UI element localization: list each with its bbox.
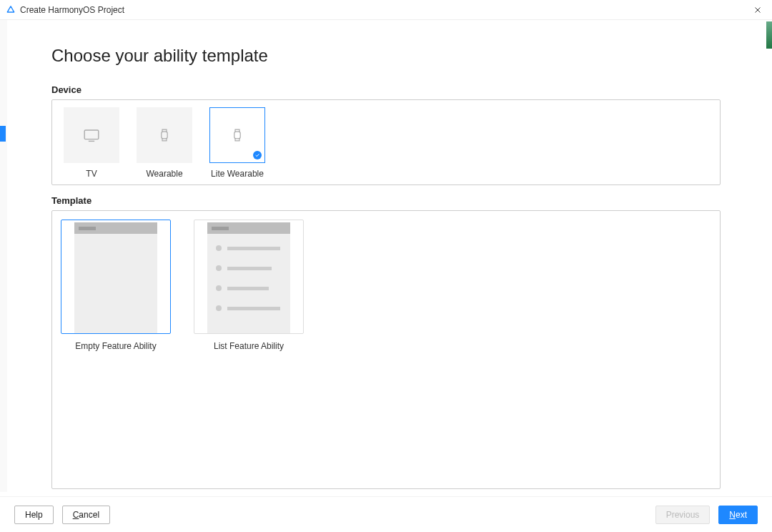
close-icon — [753, 6, 762, 14]
template-card-list — [194, 220, 304, 334]
svg-rect-1 — [162, 132, 167, 139]
template-option-empty-feature[interactable]: Empty Feature Ability — [61, 220, 171, 351]
window-title: Create HarmonyOS Project — [20, 5, 749, 15]
device-section-label: Device — [51, 84, 721, 95]
template-preview-list — [207, 222, 290, 333]
device-selector: TV Wearable Lite Wearable — [51, 99, 721, 185]
svg-rect-0 — [84, 130, 99, 139]
dialog-footer: Help Cancel Previous Next — [0, 496, 772, 532]
page-heading: Choose your ability template — [51, 46, 721, 66]
device-tile-wearable — [137, 107, 192, 163]
device-label-tv: TV — [86, 169, 96, 179]
device-option-wearable[interactable]: Wearable — [137, 107, 192, 179]
help-button[interactable]: Help — [14, 506, 54, 524]
watch-icon — [229, 127, 246, 144]
close-button[interactable] — [749, 1, 766, 19]
device-tile-lite-wearable — [209, 107, 265, 163]
selected-check-icon — [253, 151, 262, 159]
device-option-tv[interactable]: TV — [64, 107, 119, 179]
device-tile-tv — [64, 107, 119, 163]
device-label-lite-wearable: Lite Wearable — [211, 169, 264, 179]
background-active-tab-sliver — [0, 126, 6, 142]
template-label-empty: Empty Feature Ability — [75, 341, 156, 351]
template-label-list: List Feature Ability — [214, 341, 284, 351]
cancel-button[interactable]: Cancel — [62, 506, 110, 524]
previous-button: Previous — [655, 506, 711, 524]
svg-rect-2 — [234, 132, 240, 139]
tv-icon — [81, 125, 102, 145]
template-option-list-feature[interactable]: List Feature Ability — [194, 220, 304, 351]
template-preview-empty — [74, 222, 157, 333]
harmonyos-logo-icon — [6, 5, 16, 15]
dialog-content: Choose your ability template Device TV W… — [0, 20, 772, 489]
device-label-wearable: Wearable — [146, 169, 182, 179]
template-section-label: Template — [51, 195, 721, 206]
watch-icon — [156, 127, 173, 144]
background-image-sliver — [766, 21, 772, 49]
titlebar: Create HarmonyOS Project — [0, 0, 772, 20]
template-selector: Empty Feature Ability List Featu — [51, 210, 721, 489]
next-button[interactable]: Next — [718, 506, 758, 524]
template-card-empty — [61, 220, 171, 334]
device-option-lite-wearable[interactable]: Lite Wearable — [209, 107, 265, 179]
